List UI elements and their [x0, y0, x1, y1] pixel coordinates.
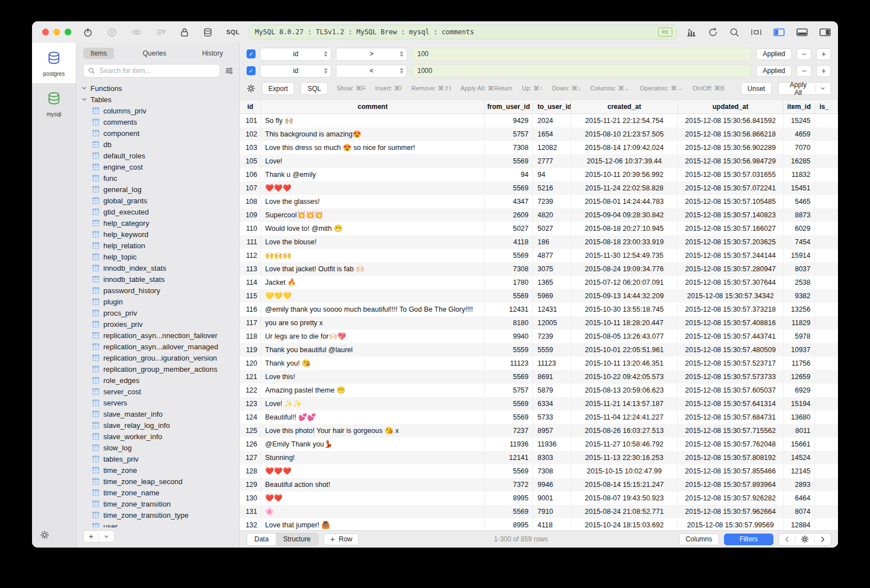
column-header-updated-at[interactable]: updated_at [678, 100, 784, 113]
cell-to-user-id[interactable]: 12005 [533, 316, 571, 330]
cell-created-at[interactable]: 2015-11-27 10:58:46.792 [571, 437, 678, 451]
cell-comment[interactable]: Jacket 🔥 [261, 276, 485, 289]
cell-created-at[interactable]: 2015-08-10 21:23:57.505 [571, 127, 678, 141]
sidebar-table-item[interactable]: user [81, 521, 239, 527]
cell-updated-at[interactable]: 2015-12-08 15:30:57.072241 [678, 181, 784, 195]
cell-updated-at[interactable]: 2015-12-08 15:30:57.307644 [678, 276, 784, 289]
cell-created-at[interactable]: 2015-10-01 22:05:51.961 [571, 343, 678, 357]
cell-updated-at[interactable]: 2015-12-08 15:30:57.715562 [678, 424, 784, 437]
cell-item-id[interactable]: 5978 [784, 330, 815, 343]
cell-comment[interactable]: Thank you beautiful @laurel [261, 343, 485, 357]
table-row[interactable]: 124 Beautiful!! 💕💕 5569 5733 2015-11-04 … [240, 411, 838, 424]
cell-item-id[interactable]: 11832 [784, 168, 815, 181]
cell-created-at[interactable]: 2015-07-12 06:20:07.091 [571, 276, 678, 289]
sidebar-table-item[interactable]: help_category [81, 217, 239, 229]
search-icon[interactable] [729, 27, 740, 38]
data-view-button[interactable]: Data [247, 534, 276, 545]
cell-created-at[interactable]: 2015-10-22 09:42:05.573 [571, 370, 678, 384]
filter-value-input[interactable]: 1000 [412, 65, 751, 78]
cell-to-user-id[interactable]: 5559 [533, 343, 571, 357]
cell-item-id[interactable]: 5465 [784, 195, 815, 208]
cell-created-at[interactable]: 2015-08-05 13:26:43.077 [571, 330, 678, 343]
cell-from-user-id[interactable]: 12141 [485, 451, 533, 464]
cell-to-user-id[interactable]: 12431 [533, 303, 571, 316]
cell-to-user-id[interactable]: 12082 [533, 141, 571, 154]
cell-updated-at[interactable]: 2015-12-08 15:30:57.166027 [678, 222, 784, 235]
cell-is[interactable] [815, 316, 838, 330]
cell-from-user-id[interactable]: 5569 [485, 464, 533, 478]
cell-from-user-id[interactable]: 5569 [485, 249, 533, 262]
cell-is[interactable] [815, 424, 838, 437]
sidebar-table-item[interactable]: time_zone_transition_type [81, 509, 239, 521]
eye-icon[interactable] [131, 27, 142, 38]
cell-is[interactable] [815, 222, 838, 235]
sidebar-table-item[interactable]: default_roles [81, 150, 239, 161]
tab-items[interactable]: Items [83, 48, 114, 59]
cell-to-user-id[interactable]: 5027 [533, 222, 571, 235]
connection-mysql[interactable]: mysql [32, 83, 76, 124]
filter-applied-button[interactable]: Applied [756, 48, 792, 60]
cell-is[interactable] [815, 451, 838, 464]
sidebar-table-item[interactable]: db [81, 139, 239, 150]
cell-updated-at[interactable]: 2015-12-08 15:30:57.140823 [678, 208, 784, 222]
unset-button[interactable]: Unset [741, 82, 772, 95]
cell-updated-at[interactable]: 2015-12-08 15:30:57.684731 [678, 411, 784, 424]
cell-is[interactable] [815, 357, 838, 370]
cell-item-id[interactable]: 12884 [784, 518, 815, 530]
cell-comment[interactable]: Thank u @emily [261, 168, 485, 181]
cell-to-user-id[interactable]: 1654 [533, 127, 571, 141]
cell-item-id[interactable]: 13256 [784, 303, 815, 316]
sidebar-table-item[interactable]: replication_group_member_actions [81, 363, 239, 375]
cell-to-user-id[interactable]: 5216 [533, 181, 571, 195]
cell-from-user-id[interactable]: 12431 [485, 303, 533, 316]
cell-id[interactable]: 119 [240, 343, 261, 357]
cell-created-at[interactable]: 2015-11-04 12:24:41.227 [571, 411, 678, 424]
cell-updated-at[interactable]: 2015-12-08 15:30:57.031655 [678, 168, 784, 181]
queue-up-icon[interactable] [156, 27, 166, 38]
cell-comment[interactable]: Amazing pastel theme 😬 [261, 384, 485, 397]
cell-is[interactable] [815, 518, 838, 530]
sidebar-table-item[interactable]: server_cost [81, 386, 239, 397]
cell-from-user-id[interactable]: 2609 [485, 208, 533, 222]
cell-from-user-id[interactable]: 4118 [485, 235, 533, 249]
filter-add-button[interactable]: + [816, 48, 831, 60]
cell-updated-at[interactable]: 2015-12-08 15:30:57.203625 [678, 235, 784, 249]
zoom-window-button[interactable] [65, 29, 71, 35]
cell-from-user-id[interactable]: 5569 [485, 181, 533, 195]
filter-options-icon[interactable] [225, 66, 234, 75]
cell-comment[interactable]: So fly 🙌🏼 [261, 114, 485, 127]
tab-queries[interactable]: Queries [135, 48, 174, 59]
cell-id[interactable]: 130 [240, 491, 261, 505]
cell-updated-at[interactable]: 2015-12-08 15:30:56.841592 [678, 114, 784, 127]
cell-is[interactable] [815, 330, 838, 343]
table-row[interactable]: 120 Thank you! 😘 11123 11123 2015-10-11 … [240, 357, 838, 370]
cell-item-id[interactable]: 11756 [784, 357, 815, 370]
cell-id[interactable]: 113 [240, 262, 261, 276]
cell-comment[interactable]: Love the glasses! [261, 195, 485, 208]
cell-id[interactable]: 123 [240, 397, 261, 411]
cell-from-user-id[interactable]: 5757 [485, 384, 533, 397]
table-row[interactable]: 121 Love this! 5569 8691 2015-10-22 09:4… [240, 370, 838, 384]
table-row[interactable]: 118 Ur legs are to die for🙌🏻💖 9940 7239 … [240, 330, 838, 343]
cell-comment[interactable]: Love that jumper! 🙆🏽 [261, 518, 485, 530]
cell-comment[interactable]: Love that jacket! Outfit is fab 🙌🏻 [261, 262, 485, 276]
cell-is[interactable] [815, 491, 838, 505]
sql-button[interactable]: SQL [300, 82, 327, 95]
filters-button[interactable]: Filters [724, 534, 773, 545]
column-header-item-id[interactable]: item_id [784, 100, 815, 113]
cell-item-id[interactable]: 11829 [784, 316, 815, 330]
cell-updated-at[interactable]: 2015-12-08 15:30:57.99569 [678, 518, 784, 530]
cell-updated-at[interactable]: 2015-12-08 15:30:57.408816 [678, 316, 784, 330]
cell-is[interactable] [815, 289, 838, 303]
cell-is[interactable] [815, 127, 838, 141]
cell-item-id[interactable]: 9382 [784, 289, 815, 303]
cell-updated-at[interactable]: 2015-12-08 15:30:57.808192 [678, 451, 784, 464]
cell-id[interactable]: 106 [240, 168, 261, 181]
cell-from-user-id[interactable]: 5757 [485, 127, 533, 141]
column-header-is[interactable]: is_ [815, 100, 838, 113]
cell-from-user-id[interactable]: 11936 [485, 437, 533, 451]
cell-is[interactable] [815, 303, 838, 316]
cell-from-user-id[interactable]: 5569 [485, 154, 533, 168]
cell-created-at[interactable]: 2015-08-18 20:27:10.945 [571, 222, 678, 235]
cell-created-at[interactable]: 2015-10-15 10:02:47.99 [571, 464, 678, 478]
